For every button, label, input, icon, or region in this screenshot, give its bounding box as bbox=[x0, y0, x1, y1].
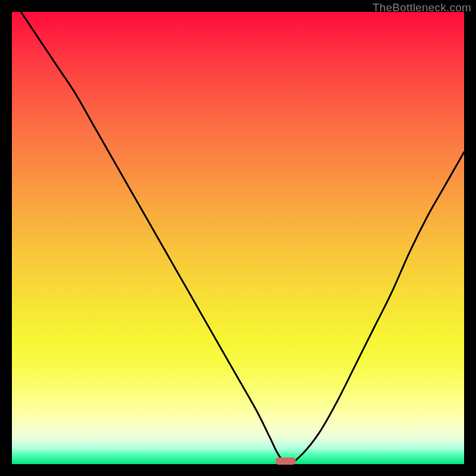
chart-frame: TheBottleneck.com bbox=[0, 0, 476, 476]
optimal-marker bbox=[275, 458, 296, 465]
plot-area bbox=[12, 12, 464, 464]
bottleneck-curve bbox=[12, 12, 464, 464]
